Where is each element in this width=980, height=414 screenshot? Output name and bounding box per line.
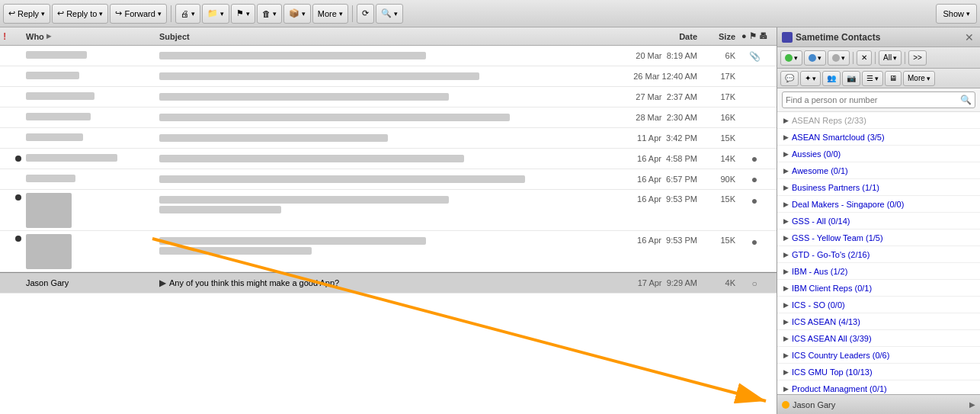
contact-group-item[interactable]: ▶Product Managment (0/1) [777, 380, 980, 394]
row-subject [159, 234, 583, 255]
table-row[interactable]: 16 Apr 4:58 PM 14K ● [0, 149, 777, 169]
contact-group-item[interactable]: ▶GSS - All (0/14) [777, 213, 980, 229]
group-label: Awesome (0/1) [792, 166, 848, 175]
reply-button[interactable]: ↩ Reply ▾ [3, 4, 50, 24]
contact-group-item[interactable]: ▶GSS - Yellow Team (1/5) [777, 229, 980, 246]
st-status-blue-btn[interactable]: ▾ [804, 50, 826, 66]
st-list-btn[interactable]: ☰ ▾ [862, 71, 883, 86]
st-screen-btn[interactable]: 🖥 [885, 71, 902, 86]
contact-group-item[interactable]: ▶Deal Makers - Singapore (0/0) [777, 196, 980, 213]
st-gray-chevron: ▾ [841, 54, 845, 62]
row-size: 4K [697, 278, 735, 287]
print-button[interactable]: 🖨 ▾ [175, 4, 200, 24]
table-row[interactable]: Jason Gary ▶ Any of you think this might… [0, 273, 777, 294]
highlighted-subject: Any of you think this might make a good … [169, 278, 339, 287]
search-box: 🔍 [782, 91, 975, 108]
col-size-header[interactable]: Size [697, 32, 735, 41]
forward-label: Forward [124, 9, 155, 18]
group-label: ICS GMU Top (10/13) [792, 367, 873, 377]
group-expand-arrow: ▶ [783, 301, 789, 309]
st-expand-btn[interactable]: >> [908, 50, 927, 66]
reply-label: Reply [18, 9, 39, 18]
group-label: ICS Country Leaders (0/6) [792, 351, 889, 360]
row-date: 17 Apr 9:29 AM [583, 278, 697, 287]
more-button[interactable]: More ▾ [312, 4, 348, 24]
sametime-pane: Sametime Contacts ✕ ▾ ▾ ▾ ✕ All ▾ [777, 27, 980, 414]
search-icon: 🔍 [381, 8, 392, 18]
contact-group-item[interactable]: ▶Awesome (0/1) [777, 162, 980, 179]
row-dot [15, 193, 26, 202]
table-row[interactable]: 16 Apr 9:53 PM 15K ● [0, 231, 777, 272]
sametime-status-bar: Jason Gary ▶ [777, 394, 980, 414]
st-video-btn[interactable]: 📷 [842, 71, 860, 86]
col-who-header[interactable]: Who ▶ [26, 32, 159, 41]
bullet-icon: ● [751, 152, 757, 165]
st-chat-icon-btn[interactable]: 💬 [780, 71, 799, 86]
unread-dot [15, 194, 21, 201]
search-button[interactable]: 🔍 ▾ [376, 4, 403, 24]
contact-group-item[interactable]: ▶Business Partners (1/1) [777, 179, 980, 196]
group-expand-arrow: ▶ [783, 385, 789, 393]
flag-button[interactable]: ⚑ ▾ [231, 4, 255, 24]
contact-group-item[interactable]: ▶IBM Client Reps (0/1) [777, 280, 980, 297]
table-row[interactable]: 26 Mar 12:40 AM 17K [0, 66, 777, 87]
contact-group-item[interactable]: ▶ICS ASEAN (4/13) [777, 313, 980, 330]
reply-to-button[interactable]: ↩ Reply to ▾ [52, 4, 108, 24]
row-size: 14K [697, 154, 735, 163]
contact-group-item[interactable]: ▶IBM - Aus (1/2) [777, 263, 980, 280]
st-add-btn[interactable]: ✦ ▾ [800, 71, 821, 86]
row-who: Jason Gary [26, 278, 159, 287]
move-button[interactable]: 📁 ▾ [202, 4, 229, 24]
table-row[interactable]: 11 Apr 3:42 PM 15K [0, 128, 777, 149]
show-button[interactable]: Show ▾ [936, 4, 977, 24]
contact-group-item[interactable]: ▶ICS - SO (0/0) [777, 297, 980, 313]
contact-group-item[interactable]: ▶ASEAN Reps (2/33) [777, 112, 980, 129]
who-sort-arrow: ▶ [46, 33, 51, 40]
table-row[interactable]: 16 Apr 9:53 PM 15K ● [0, 190, 777, 231]
group-label: ASEAN Reps (2/33) [792, 116, 866, 125]
row-date: 16 Apr 6:57 PM [583, 175, 697, 184]
sync-button[interactable]: ⟳ [357, 4, 374, 24]
contact-group-item[interactable]: ▶GTD - Go-To's (2/16) [777, 246, 980, 263]
row-dot [15, 234, 26, 243]
table-row[interactable]: 28 Mar 2:30 AM 16K [0, 108, 777, 128]
sametime-close-button[interactable]: ✕ [963, 31, 975, 43]
row-icons: ● [735, 193, 773, 207]
st-delete-btn[interactable]: ✕ [857, 50, 872, 66]
forward-button[interactable]: ↪ Forward ▾ [110, 4, 166, 24]
st-all-btn[interactable]: All ▾ [879, 50, 902, 66]
table-row[interactable]: 27 Mar 2:37 AM 17K [0, 87, 777, 108]
main-container: ! Who ▶ Subject Date Size ● ⚑ 🖷 [0, 27, 980, 414]
more2-chevron: ▾ [927, 75, 930, 82]
st-status-green-btn[interactable]: ▾ [780, 50, 802, 66]
group-expand-arrow: ▶ [783, 284, 789, 292]
row-who [26, 72, 159, 81]
st-contacts-btn[interactable]: 👥 [822, 71, 841, 86]
archive-chevron: ▾ [302, 10, 306, 18]
row-size: 15K [697, 133, 735, 143]
row-who [26, 51, 159, 60]
col-subject-header[interactable]: Subject [159, 32, 583, 41]
contact-group-item[interactable]: ▶ICS Country Leaders (0/6) [777, 347, 980, 364]
search-submit-icon[interactable]: 🔍 [960, 95, 972, 105]
st-status-gray-btn[interactable]: ▾ [828, 50, 850, 66]
row-who [26, 113, 159, 122]
search-input[interactable] [786, 95, 960, 104]
row-date: 11 Apr 3:42 PM [583, 133, 697, 143]
archive-button[interactable]: 📦 ▾ [283, 4, 311, 24]
col-date-header[interactable]: Date [583, 32, 697, 41]
delete-button[interactable]: 🗑 ▾ [257, 4, 282, 24]
table-row[interactable]: 20 Mar 8:19 AM 6K 📎 [0, 46, 777, 66]
row-date: 26 Mar 12:40 AM [583, 72, 697, 81]
contact-group-item[interactable]: ▶ASEAN Smartcloud (3/5) [777, 129, 980, 146]
st-more-btn[interactable]: More ▾ [903, 71, 935, 86]
status-expand-icon: ▶ [969, 400, 975, 409]
row-who [26, 234, 159, 269]
row-size: 16K [697, 113, 735, 122]
contact-group-item[interactable]: ▶Aussies (0/0) [777, 146, 980, 162]
contact-group-item[interactable]: ▶ICS GMU Top (10/13) [777, 364, 980, 380]
st-sep-3 [905, 52, 905, 64]
contact-group-item[interactable]: ▶ICS ASEAN All (3/39) [777, 330, 980, 347]
search-container: 🔍 [777, 88, 980, 112]
table-row[interactable]: 16 Apr 6:57 PM 90K ● [0, 169, 777, 190]
